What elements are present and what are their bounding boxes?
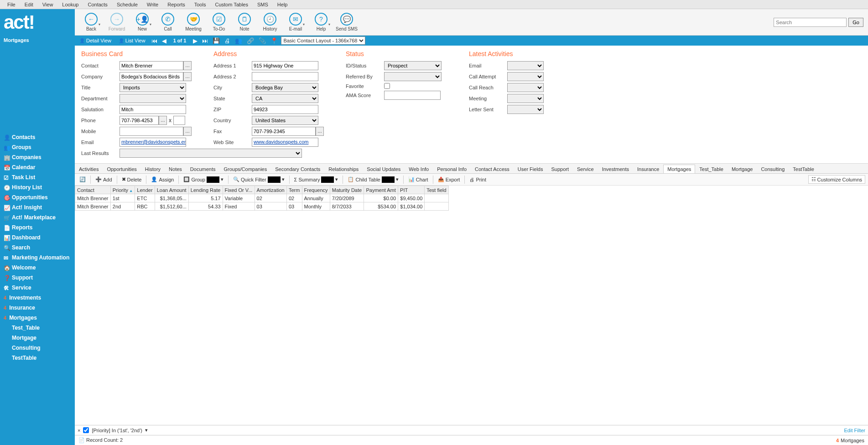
col-header[interactable]: Frequency [302,186,330,194]
delete-button[interactable]: ✖ Delete [119,176,145,183]
state-select[interactable]: CA [252,94,318,103]
la-meeting-select[interactable] [507,94,544,103]
tab-mortgages[interactable]: Mortgages [663,165,695,173]
menu-schedule[interactable]: Schedule [112,1,142,8]
sidebar-item-mortgages[interactable]: 4Mortgages [0,313,75,323]
layout-select[interactable]: Basic Contact Layout - 1366x768 [281,36,365,45]
sidebar-item-testtable[interactable]: TestTable [0,353,75,363]
la-lettersent-select[interactable] [507,105,544,114]
tab-documents[interactable]: Documents [186,165,220,173]
contact-input[interactable] [120,61,183,70]
col-header[interactable]: Lending Rate [188,186,223,194]
detail-view-button[interactable]: Detail View [77,38,114,43]
group-button[interactable]: 🔲 Group ▾ [181,176,226,184]
city-select[interactable]: Bodega Bay [252,83,318,92]
quickfilter-button[interactable]: 🔍 Quick Filter ▾ [230,176,287,184]
idstatus-select[interactable]: Prospect [384,61,442,70]
menu-contacts[interactable]: Contacts [83,1,112,8]
link-icon[interactable]: 🔗 [245,37,255,44]
country-select[interactable]: United States [252,116,318,125]
menu-reports[interactable]: Reports [163,1,190,8]
col-header[interactable]: Contact [75,186,111,194]
sidebar-item-companies[interactable]: 🏢Companies [0,152,75,162]
filter-enabled-checkbox[interactable] [83,427,89,433]
sidebar-item-marketing-automation[interactable]: ✉Marketing Automation [0,253,75,263]
print-icon[interactable]: 🖨 [223,37,232,44]
mobile-lookup-button[interactable]: … [183,127,192,136]
sidebar-item-service[interactable]: 🛠Service [0,283,75,293]
table-row[interactable]: Mitch Brenner2ndRBC$1,512,60...54.33Fixe… [75,202,449,211]
sidebar-item-act-marketplace[interactable]: 🛒Act! Marketplace [0,212,75,222]
tab-consulting[interactable]: Consulting [757,165,789,173]
email-link[interactable]: mbrenner@davidsonspets.ema [121,139,186,145]
sidebar-item-groups[interactable]: 👥Groups [0,142,75,152]
lastresults-select[interactable] [120,149,302,158]
menu-view[interactable]: View [38,1,58,8]
list-view-button[interactable]: List View [116,38,148,43]
address2-input[interactable] [252,72,318,81]
tab-investments[interactable]: Investments [598,165,633,173]
sidebar-item-dashboard[interactable]: 📊Dashboard [0,233,75,243]
menu-custom-tables[interactable]: Custom Tables [210,1,253,8]
sidebar-item-search[interactable]: 🔍Search [0,243,75,253]
phone-lookup-button[interactable]: … [159,116,167,125]
assign-button[interactable]: 👤 Assign [148,176,177,183]
tab-service[interactable]: Service [573,165,598,173]
nav-last-icon[interactable]: ⏭ [201,37,209,44]
col-header[interactable]: Fixed Or V... [223,186,255,194]
tab-groups-companies[interactable]: Groups/Companies [219,165,271,173]
filter-clear-button[interactable]: × [78,428,80,433]
filter-dropdown-icon[interactable]: ▾ [145,427,148,433]
save-icon[interactable]: 💾 [211,37,221,44]
la-email-select[interactable] [507,61,544,70]
sidebar-item-welcome[interactable]: 🏠Welcome [0,263,75,273]
col-header[interactable]: Loan Amount [155,186,188,194]
sidebar-item-support[interactable]: ❓Support [0,273,75,283]
referred-select[interactable] [384,72,442,81]
print-button[interactable]: 🖨 Print [467,176,489,183]
mortgages-grid[interactable]: ContactPriorityLenderLoan AmountLending … [75,186,868,425]
refresh-button[interactable]: 🔄 [77,176,88,183]
menu-lookup[interactable]: Lookup [57,1,83,8]
col-header[interactable]: Term [286,186,302,194]
mobile-input[interactable] [120,127,183,136]
sidebar-item-mortgage[interactable]: Mortgage [0,333,75,343]
nav-next-icon[interactable]: ▶ [192,37,199,44]
attach-icon[interactable]: 📎 [257,37,267,44]
fax-lookup-button[interactable]: … [316,127,324,136]
phone-ext-input[interactable] [173,116,185,125]
export-button[interactable]: 📤 Export [435,176,463,183]
col-header[interactable]: Lender [135,186,155,194]
tab-test-table[interactable]: Test_Table [695,165,728,173]
tab-secondary-contacts[interactable]: Secondary Contacts [271,165,324,173]
tab-social-updates[interactable]: Social Updates [363,165,405,173]
col-header[interactable]: Maturity Date [330,186,364,194]
chart-button[interactable]: 📊 Chart [405,176,431,183]
sidebar-item-consulting[interactable]: Consulting [0,343,75,353]
col-header[interactable]: Priority [110,186,135,194]
website-link[interactable]: www.davidsonspets.com [254,139,308,145]
meeting-button[interactable]: 🤝Meeting [181,13,206,31]
salutation-input[interactable] [120,105,186,114]
new-button[interactable]: +👤New▾ [130,13,155,31]
tab-testtable[interactable]: TestTable [789,165,818,173]
help-button[interactable]: ?Help▾ [308,13,334,31]
contact-lookup-button[interactable]: … [183,61,192,70]
send-sms-button[interactable]: 💬Send SMS [334,13,359,31]
menu-write[interactable]: Write [142,1,163,8]
filter-expression[interactable]: [Priority] In ('1st', '2nd') [92,428,142,433]
phone-input[interactable] [120,116,159,125]
tab-personal-info[interactable]: Personal Info [433,165,471,173]
la-callreach-select[interactable] [507,83,544,92]
tab-insurance[interactable]: Insurance [633,165,663,173]
search-input[interactable] [774,18,847,27]
todo-button[interactable]: ☑To-Do [206,13,232,31]
history-button[interactable]: 🕘History [257,13,283,31]
tab-support[interactable]: Support [547,165,573,173]
tab-relationships[interactable]: Relationships [324,165,363,173]
tab-opportunities[interactable]: Opportunities [103,165,140,173]
tab-web-info[interactable]: Web Info [405,165,433,173]
summary-button[interactable]: Σ Summary ▾ [291,176,341,184]
department-select[interactable] [120,94,186,103]
email-button[interactable]: ✉E-mail▾ [283,13,308,31]
